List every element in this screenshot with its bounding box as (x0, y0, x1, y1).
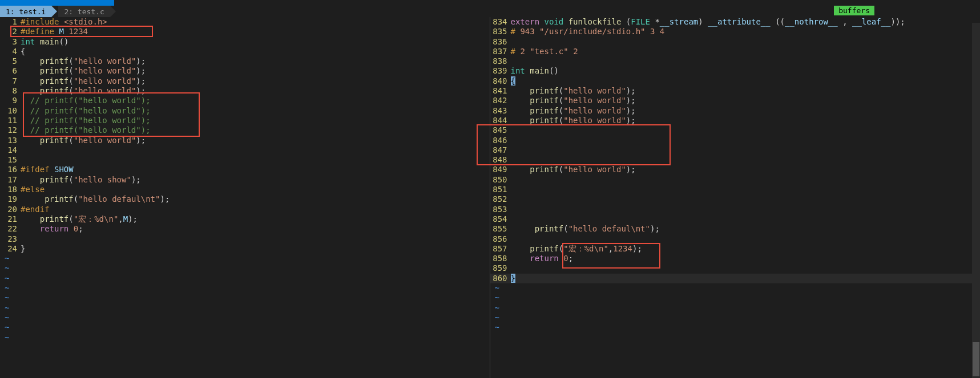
empty-tilde: ~ (0, 323, 490, 332)
line-number: 22 (0, 224, 21, 234)
line-number: 14 (0, 145, 21, 155)
code-content: printf("hello world"); (511, 106, 636, 115)
code-line[interactable]: 855 printf("hello defaul\nt"); (490, 224, 981, 234)
line-number: 839 (490, 66, 511, 76)
code-line[interactable]: 849 printf("hello world"); (490, 165, 981, 174)
tab-filename: test.c (78, 7, 104, 16)
code-content: printf("hello world"); (21, 136, 146, 145)
line-number: 7 (0, 76, 21, 86)
code-line[interactable]: 856 (490, 234, 981, 244)
code-line[interactable]: 18#else (0, 185, 490, 194)
code-line[interactable]: 23 (0, 234, 490, 244)
code-line[interactable]: 11 // printf("hello world"); (0, 116, 490, 125)
code-line[interactable]: 3int main() (0, 37, 490, 47)
code-line[interactable]: 853 (490, 205, 981, 214)
code-line[interactable]: 843 printf("hello world"); (490, 106, 981, 116)
code-content: // printf("hello world"); (21, 116, 151, 125)
code-content: printf("hello world"); (511, 116, 636, 125)
line-number: 856 (490, 234, 511, 244)
tab-test-i[interactable]: 1: test.i (0, 6, 51, 17)
code-line[interactable]: 859 (490, 263, 981, 273)
line-number: 834 (490, 17, 511, 27)
line-number: 20 (0, 205, 21, 214)
line-number: 859 (490, 263, 511, 273)
code-line[interactable]: 844 printf("hello world"); (490, 116, 981, 125)
line-number: 853 (490, 205, 511, 214)
code-content: } (511, 274, 515, 283)
tab-index: 2: (64, 7, 73, 16)
code-line[interactable]: 16#ifdef SHOW (0, 165, 490, 174)
code-content: # 2 "test.c" 2 (511, 47, 578, 56)
code-line[interactable]: 10 // printf("hello world"); (0, 106, 490, 116)
code-line[interactable]: 4{ (0, 47, 490, 56)
code-line[interactable]: 15 (0, 155, 490, 165)
code-line[interactable]: 7 printf("hello world"); (0, 76, 490, 86)
code-content: return 0; (511, 254, 574, 263)
code-content: #include <stdio.h> (21, 17, 107, 26)
line-number: 848 (490, 155, 511, 165)
code-line[interactable]: 846 (490, 136, 981, 145)
code-line[interactable]: 9 // printf("hello world"); (0, 96, 490, 105)
line-number: 18 (0, 185, 21, 194)
code-line[interactable]: 842 printf("hello world"); (490, 96, 981, 105)
editor-pane-left[interactable]: 1#include <stdio.h>2#define M 12343int m… (0, 17, 490, 378)
line-number: 857 (490, 244, 511, 254)
line-number: 837 (490, 47, 511, 56)
code-line[interactable]: 840{ (490, 76, 981, 86)
code-line[interactable]: 5 printf("hello world"); (0, 56, 490, 66)
code-line[interactable]: 857 printf("宏：%d\n",1234); (490, 244, 981, 254)
empty-tilde: ~ (490, 293, 981, 303)
code-line[interactable]: 838 (490, 56, 981, 66)
code-line[interactable]: 21 printf("宏：%d\n",M); (0, 214, 490, 224)
line-number: 852 (490, 194, 511, 204)
code-line[interactable]: 860} (490, 274, 981, 283)
code-line[interactable]: 836 (490, 37, 981, 47)
scrollbar-thumb[interactable] (973, 342, 979, 376)
line-number: 2 (0, 27, 21, 36)
line-number: 836 (490, 37, 511, 47)
editor-pane-right[interactable]: 834extern void funlockfile (FILE *__stre… (490, 17, 981, 378)
code-line[interactable]: 854 (490, 214, 981, 224)
code-line[interactable]: 847 (490, 145, 981, 155)
code-line[interactable]: 22 return 0; (0, 224, 490, 234)
code-line[interactable]: 841 printf("hello world"); (490, 86, 981, 96)
code-content: printf("hello world"); (21, 86, 146, 95)
code-line[interactable]: 6 printf("hello world"); (0, 66, 490, 76)
code-line[interactable]: 851 (490, 185, 981, 194)
code-line[interactable]: 19 printf("hello defaul\nt"); (0, 194, 490, 204)
buffer-tabs: 1: test.i 2: test.c buffers (0, 6, 980, 17)
line-number: 850 (490, 175, 511, 185)
line-number: 10 (0, 106, 21, 116)
code-line[interactable]: 852 (490, 194, 981, 204)
code-line[interactable]: 858 return 0; (490, 254, 981, 263)
code-line[interactable]: 848 (490, 155, 981, 165)
code-line[interactable]: 834extern void funlockfile (FILE *__stre… (490, 17, 981, 27)
line-number: 858 (490, 254, 511, 263)
buffers-badge[interactable]: buffers (834, 6, 874, 15)
code-line[interactable]: 13 printf("hello world"); (0, 136, 490, 145)
code-line[interactable]: 850 (490, 175, 981, 185)
line-number: 8 (0, 86, 21, 96)
empty-tilde: ~ (0, 263, 490, 273)
code-line[interactable]: 14 (0, 145, 490, 155)
code-line[interactable]: 2#define M 1234 (0, 27, 490, 36)
scrollbar-right[interactable] (972, 23, 980, 378)
code-line[interactable]: 24} (0, 244, 490, 254)
code-line[interactable]: 839int main() (490, 66, 981, 76)
code-line[interactable]: 1#include <stdio.h> (0, 17, 490, 27)
code-content: printf("hello show"); (21, 175, 141, 184)
empty-tilde: ~ (490, 303, 981, 313)
code-line[interactable]: 20#endif (0, 205, 490, 214)
tab-test-c[interactable]: 2: test.c (58, 6, 110, 17)
line-number: 6 (0, 66, 21, 76)
code-line[interactable]: 17 printf("hello show"); (0, 175, 490, 185)
empty-tilde: ~ (0, 293, 490, 303)
code-line[interactable]: 835# 943 "/usr/include/stdio.h" 3 4 (490, 27, 981, 36)
code-content: printf("hello world"); (511, 96, 636, 105)
code-line[interactable]: 845 (490, 125, 981, 135)
code-content: int main() (21, 37, 68, 46)
code-line[interactable]: 8 printf("hello world"); (0, 86, 490, 96)
line-number: 24 (0, 244, 21, 254)
code-line[interactable]: 837# 2 "test.c" 2 (490, 47, 981, 56)
code-line[interactable]: 12 // printf("hello world"); (0, 125, 490, 135)
